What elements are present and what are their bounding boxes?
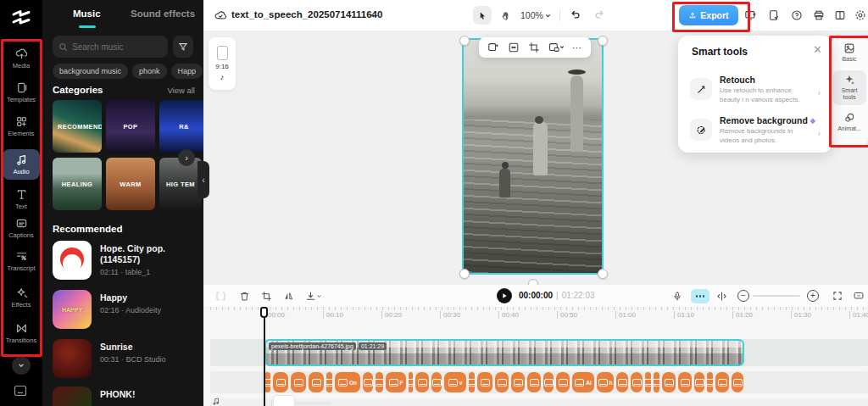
- caption-segment[interactable]: [678, 372, 692, 392]
- settings-button[interactable]: [851, 6, 868, 25]
- panel-collapse-handle[interactable]: ‹: [198, 161, 209, 198]
- filter-button[interactable]: [173, 36, 193, 58]
- cast-add-button[interactable]: [741, 6, 760, 25]
- caption-segment[interactable]: [309, 372, 324, 392]
- rail-item-smart-tools[interactable]: Smart tools: [832, 70, 866, 105]
- help-button[interactable]: [787, 6, 806, 25]
- more-options-icon[interactable]: ⋯: [572, 42, 582, 53]
- sidebar-item-transcript[interactable]: Transcript: [3, 250, 40, 272]
- caption-segment[interactable]: [495, 372, 509, 392]
- replace-image-icon[interactable]: [487, 42, 499, 53]
- caption-segment[interactable]: [376, 372, 383, 392]
- caption-segment[interactable]: [291, 372, 306, 392]
- add-audio-button[interactable]: [273, 395, 295, 406]
- tab-sound-effects[interactable]: Sound effects: [131, 8, 195, 19]
- caption-segment[interactable]: On: [335, 372, 360, 392]
- crop-timeline-icon[interactable]: [259, 289, 273, 303]
- caption-segment[interactable]: [556, 372, 570, 392]
- sidebar-item-captions[interactable]: Captions: [3, 217, 40, 239]
- caption-segment[interactable]: F: [386, 372, 406, 392]
- selected-photo-clip[interactable]: [464, 40, 602, 273]
- caption-segment[interactable]: [616, 372, 628, 392]
- caption-segment[interactable]: [527, 372, 541, 392]
- search-chip[interactable]: Happ: [171, 64, 203, 79]
- caption-segment[interactable]: [273, 372, 288, 392]
- preview-canvas[interactable]: 9:16 ♪ ⋯ Smart tools ✕: [203, 31, 868, 285]
- rotate-handle[interactable]: [528, 279, 538, 285]
- project-title-chevron-icon[interactable]: [370, 12, 377, 19]
- caption-segment[interactable]: [326, 372, 332, 392]
- caption-segment[interactable]: [409, 372, 413, 392]
- caption-segment[interactable]: [694, 372, 704, 392]
- rail-item-animation[interactable]: Animat...: [832, 112, 866, 132]
- expand-tracks-icon[interactable]: [715, 289, 728, 303]
- playhead-line[interactable]: [264, 307, 265, 406]
- aspect-ratio-card[interactable]: 9:16 ♪: [209, 37, 236, 90]
- playhead-handle[interactable]: [260, 307, 268, 318]
- crop-icon[interactable]: [528, 42, 540, 53]
- category-card[interactable]: RECOMMEND: [53, 100, 102, 153]
- caption-segment[interactable]: h: [597, 372, 614, 392]
- export-button[interactable]: Export: [679, 5, 738, 25]
- microphone-icon[interactable]: [670, 289, 684, 303]
- split-clip-icon[interactable]: [214, 289, 227, 303]
- caption-segment[interactable]: [654, 372, 659, 392]
- redo-button[interactable]: [593, 8, 605, 20]
- smart-voice-button[interactable]: [691, 289, 709, 303]
- view-all-link[interactable]: View all: [167, 86, 195, 95]
- rail-item-basic[interactable]: Basic: [832, 42, 866, 63]
- recommended-track[interactable]: HAPPYHappy02:16 · Audiodeity: [53, 290, 198, 332]
- category-card[interactable]: HEALING: [53, 158, 102, 210]
- caption-segment[interactable]: v: [444, 372, 466, 392]
- recommended-track[interactable]: Hope. City pop. (1145157)02:11 · table_1: [53, 241, 198, 283]
- selection-handle-bottom-right[interactable]: [598, 269, 608, 279]
- smart-tool-item-remove-background[interactable]: Remove background◆Remove backgrounds in …: [690, 115, 822, 146]
- undo-button[interactable]: [570, 8, 581, 20]
- caption-segment[interactable]: [363, 372, 373, 392]
- zoom-level[interactable]: 100%: [520, 10, 543, 20]
- selection-handle-top-left[interactable]: [459, 36, 470, 46]
- adjust-icon[interactable]: [508, 42, 520, 53]
- sidebar-item-elements[interactable]: Elements: [3, 115, 40, 137]
- search-chip[interactable]: background music: [53, 64, 128, 79]
- fullscreen-icon[interactable]: [831, 289, 844, 303]
- sidebar-item-effects[interactable]: Effects: [3, 286, 40, 309]
- zoom-in-icon[interactable]: +: [807, 290, 819, 302]
- category-card[interactable]: R&: [159, 100, 203, 153]
- shortcuts-icon[interactable]: [14, 385, 27, 397]
- zoom-out-icon[interactable]: −: [737, 290, 749, 302]
- pip-chevron-icon[interactable]: [548, 42, 564, 53]
- project-title[interactable]: text_to_speech_20250714111640: [231, 9, 382, 19]
- caption-segment[interactable]: [431, 372, 442, 392]
- tab-music[interactable]: Music: [73, 8, 101, 19]
- close-icon[interactable]: ✕: [813, 43, 822, 56]
- caption-segment[interactable]: [264, 372, 270, 392]
- smart-tool-item-retouch[interactable]: RetouchUse retouch to enhance beauty i n…: [690, 75, 822, 105]
- sidebar-item-templates[interactable]: Templates: [3, 81, 40, 103]
- device-check-button[interactable]: [765, 6, 783, 25]
- caption-segment[interactable]: [645, 372, 651, 392]
- download-chevron-icon[interactable]: [303, 289, 324, 303]
- caption-segment[interactable]: [543, 372, 554, 392]
- select-cursor-button[interactable]: [473, 6, 492, 25]
- selection-handle-top-right[interactable]: [598, 36, 608, 46]
- video-clip[interactable]: pexels-brettjordan-4276745.jpg 01:21:29: [264, 339, 744, 366]
- sidebar-more-button[interactable]: [12, 356, 31, 375]
- selection-handle-bottom-left[interactable]: [459, 269, 470, 279]
- caption-segment[interactable]: Ai: [572, 372, 594, 392]
- categories-next-button[interactable]: ›: [178, 149, 195, 166]
- category-card[interactable]: POP: [106, 100, 155, 153]
- category-card[interactable]: WARM: [106, 158, 155, 210]
- category-card[interactable]: HIG TEM: [159, 158, 202, 210]
- zoom-chevron-icon[interactable]: [544, 12, 552, 19]
- delete-icon[interactable]: [237, 289, 251, 303]
- caption-segment[interactable]: [707, 372, 713, 392]
- search-input[interactable]: Search music: [53, 36, 168, 58]
- sidebar-item-media[interactable]: Media: [3, 47, 40, 70]
- caption-segment[interactable]: [469, 372, 475, 392]
- timeline-zoom-slider[interactable]: [753, 295, 800, 297]
- sidebar-item-audio[interactable]: Audio: [3, 149, 40, 180]
- caption-segment[interactable]: [511, 372, 525, 392]
- search-chip[interactable]: phonk: [132, 64, 167, 79]
- recommended-track[interactable]: Sunrise00:31 · BCD Studio: [53, 339, 198, 381]
